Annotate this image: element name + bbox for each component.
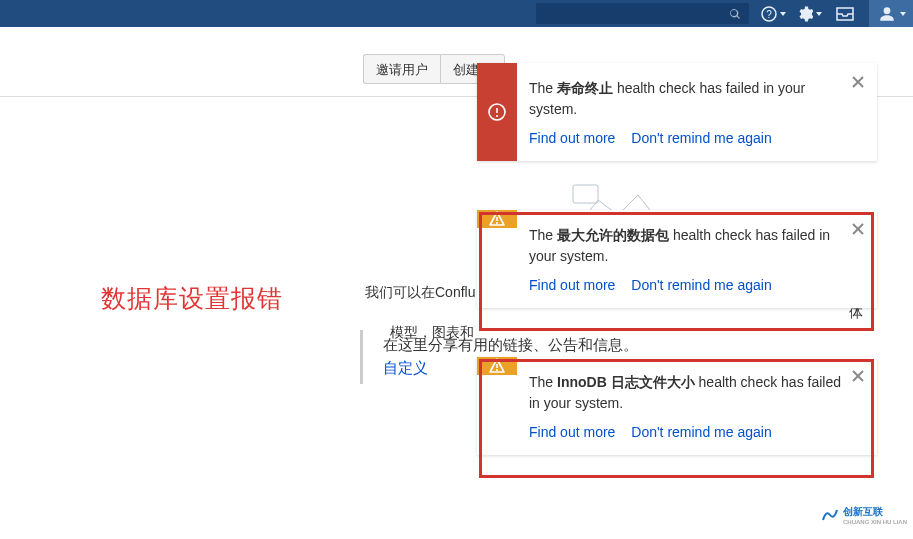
- annotation-title: 数据库设置报错: [101, 282, 283, 315]
- gear-icon: [797, 6, 813, 22]
- notification-body: The 最大允许的数据包 health check has failed in …: [517, 210, 877, 308]
- share-text: 在这里分享有用的链接、公告和信息。: [383, 336, 638, 355]
- top-navigation-bar: ?: [0, 0, 913, 27]
- caret-icon: [780, 12, 786, 16]
- notification-icon-column: [477, 357, 517, 375]
- search-input[interactable]: [536, 3, 749, 24]
- close-icon: [851, 75, 865, 89]
- watermark: 创新互联 CHUANG XIN HU LIAN: [815, 501, 913, 529]
- watermark-text: 创新互联: [843, 506, 883, 517]
- svg-point-13: [496, 369, 498, 371]
- notifications-button[interactable]: [827, 0, 863, 27]
- avatar: [877, 4, 897, 24]
- svg-point-9: [496, 222, 498, 224]
- watermark-subtext: CHUANG XIN HU LIAN: [843, 519, 907, 525]
- notification-body: The 寿命终止 health check has failed in your…: [517, 63, 877, 161]
- help-icon: ?: [761, 6, 777, 22]
- close-icon: [851, 222, 865, 236]
- notification-warning: The 最大允许的数据包 health check has failed in …: [477, 210, 877, 308]
- notification-warning: The InnoDB 日志文件大小 health check has faile…: [477, 357, 877, 455]
- svg-text:?: ?: [766, 9, 772, 20]
- notification-icon-column: [477, 210, 517, 228]
- invite-user-button[interactable]: 邀请用户: [363, 54, 440, 84]
- body-line1: 我们可以在Conflu: [365, 284, 475, 300]
- dont-remind-link[interactable]: Don't remind me again: [631, 130, 771, 146]
- notification-message: The 寿命终止 health check has failed in your…: [529, 78, 841, 120]
- close-button[interactable]: [849, 367, 867, 385]
- search-icon: [729, 8, 741, 20]
- help-menu[interactable]: ?: [755, 0, 791, 27]
- error-icon: [488, 103, 506, 121]
- caret-icon: [900, 12, 906, 16]
- notification-message: The 最大允许的数据包 health check has failed in …: [529, 225, 841, 267]
- warning-icon: [488, 357, 506, 375]
- dont-remind-link[interactable]: Don't remind me again: [631, 424, 771, 440]
- dont-remind-link[interactable]: Don't remind me again: [631, 277, 771, 293]
- notification-icon-column: [477, 63, 517, 161]
- find-out-more-link[interactable]: Find out more: [529, 130, 615, 146]
- find-out-more-link[interactable]: Find out more: [529, 424, 615, 440]
- close-button[interactable]: [849, 220, 867, 238]
- user-menu[interactable]: [869, 0, 913, 27]
- settings-menu[interactable]: [791, 0, 827, 27]
- notification-body: The InnoDB 日志文件大小 health check has faile…: [517, 357, 877, 455]
- notification-message: The InnoDB 日志文件大小 health check has faile…: [529, 372, 841, 414]
- close-button[interactable]: [849, 73, 867, 91]
- svg-point-5: [496, 115, 498, 117]
- watermark-icon: [821, 506, 839, 524]
- caret-icon: [816, 12, 822, 16]
- inbox-icon: [836, 7, 854, 21]
- warning-icon: [488, 210, 506, 228]
- find-out-more-link[interactable]: Find out more: [529, 277, 615, 293]
- close-icon: [851, 369, 865, 383]
- notification-error: The 寿命终止 health check has failed in your…: [477, 63, 877, 161]
- svg-rect-2: [573, 185, 598, 203]
